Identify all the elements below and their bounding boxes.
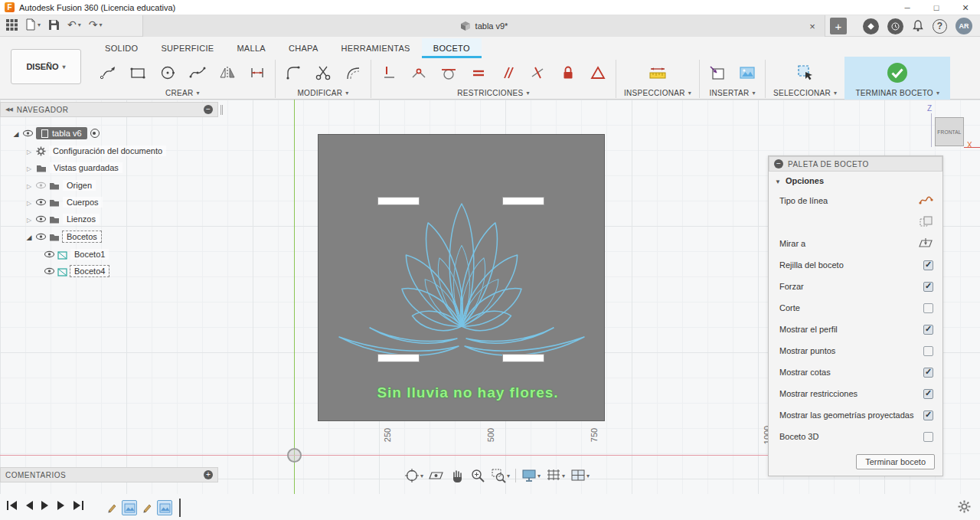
slice-checkbox[interactable] <box>923 303 933 313</box>
slot-cutout[interactable] <box>502 354 544 362</box>
circle-tool[interactable] <box>158 63 178 83</box>
option-show-dimensions[interactable]: Mostrar cotas <box>769 361 942 383</box>
visibility-eye-icon[interactable] <box>36 182 46 189</box>
extensions-icon[interactable] <box>863 18 879 34</box>
tab-close-icon[interactable] <box>806 20 818 32</box>
horizontal-vertical-constraint[interactable] <box>379 63 399 83</box>
option-slice[interactable]: Corte <box>769 297 942 319</box>
canvas-viewport[interactable]: Sin lluvia no hay flores. 250 500 750 10… <box>0 100 980 520</box>
timeline-position-marker[interactable] <box>179 499 181 517</box>
design-workspace-menu[interactable]: DISEÑO <box>11 49 81 84</box>
maximize-button[interactable] <box>922 0 951 15</box>
expander-icon[interactable] <box>25 146 33 155</box>
zoom-icon[interactable] <box>470 468 485 483</box>
insert-group-label[interactable]: INSERTAR <box>709 87 755 98</box>
tree-item-canvases[interactable]: Lienzos <box>0 211 100 227</box>
option-show-projected[interactable]: Mostrar las geometrías proyectadas <box>769 404 942 426</box>
comments-header[interactable]: COMENTARIOS + <box>0 467 218 482</box>
visibility-eye-icon[interactable] <box>23 129 33 137</box>
option-sketch-grid[interactable]: Rejilla del boceto <box>769 254 942 276</box>
step-forward-button[interactable] <box>57 500 66 512</box>
palette-header[interactable]: − PALETA DE BOCETO <box>769 156 942 172</box>
trim-tool[interactable] <box>313 63 333 83</box>
spline-tool[interactable] <box>188 63 207 83</box>
viewcube-front-face[interactable]: FRONTAL <box>935 117 964 146</box>
look-at-view-icon[interactable] <box>429 469 444 482</box>
timeline-sketch-feature[interactable] <box>104 500 119 515</box>
inspect-group-label[interactable]: INSPECCIONAR <box>624 87 691 98</box>
add-comment-icon[interactable]: + <box>204 470 213 479</box>
mirror-tool[interactable] <box>217 63 237 83</box>
select-tool[interactable] <box>795 63 815 83</box>
sketch-dimension-tool[interactable] <box>247 63 267 83</box>
equal-constraint[interactable] <box>469 63 488 83</box>
redo-icon[interactable]: ↷ <box>89 19 103 30</box>
linetype-icon[interactable] <box>919 195 933 208</box>
viewports-icon[interactable] <box>570 469 590 482</box>
document-tab[interactable]: tabla v9* <box>142 15 825 37</box>
engraved-text[interactable]: Sin lluvia no hay flores. <box>357 384 579 401</box>
option-show-profile[interactable]: Mostrar el perfil <box>769 319 942 340</box>
app-grid-icon[interactable] <box>6 19 18 31</box>
panel-options-icon[interactable]: − <box>204 105 213 114</box>
expander-icon[interactable] <box>25 198 33 207</box>
perpendicular-constraint[interactable] <box>528 63 548 83</box>
slot-cutout[interactable] <box>377 354 420 362</box>
finish-sketch-palette-button[interactable]: Terminar boceto <box>856 454 935 469</box>
fix-constraint[interactable] <box>558 63 578 83</box>
go-to-end-button[interactable] <box>73 500 84 512</box>
option-construction[interactable] <box>769 211 942 233</box>
show-profile-checkbox[interactable] <box>923 325 933 335</box>
options-section-header[interactable]: Opciones <box>769 172 942 190</box>
active-component-radio[interactable] <box>90 129 100 138</box>
tab-superficie[interactable]: SUPERFICIE <box>149 38 225 58</box>
sketch-sheet[interactable]: Sin lluvia no hay flores. <box>318 134 605 421</box>
visibility-eye-icon[interactable] <box>44 267 54 275</box>
parallel-constraint[interactable] <box>498 63 518 83</box>
tab-chapa[interactable]: CHAPA <box>277 38 330 58</box>
option-3d-sketch[interactable]: Boceto 3D <box>769 426 942 447</box>
option-snap[interactable]: Forzar <box>769 276 942 297</box>
orbit-icon[interactable] <box>404 468 423 483</box>
coincident-constraint[interactable] <box>409 63 429 83</box>
tab-boceto[interactable]: BOCETO <box>422 38 482 58</box>
undo-icon[interactable]: ↶ <box>67 19 81 30</box>
show-constraints-checkbox[interactable] <box>923 389 933 399</box>
tab-malla[interactable]: MALLA <box>225 38 277 58</box>
line-tool[interactable] <box>98 63 118 83</box>
insert-dxf-tool[interactable] <box>707 63 727 83</box>
fillet-tool[interactable] <box>283 63 303 83</box>
timeline-canvas-feature[interactable] <box>157 500 172 515</box>
new-tab-button[interactable] <box>830 18 847 34</box>
section-collapse-icon[interactable] <box>775 176 781 185</box>
offset-tool[interactable] <box>343 63 363 83</box>
go-to-start-button[interactable] <box>6 500 18 512</box>
rectangle-tool[interactable] <box>128 63 148 83</box>
grid-settings-icon[interactable] <box>546 469 565 482</box>
constraints-group-label[interactable]: RESTRICCIONES <box>457 87 529 98</box>
sketch-3d-checkbox[interactable] <box>923 432 933 442</box>
viewcube[interactable]: Z FRONTAL X <box>923 104 976 155</box>
look-at-icon[interactable] <box>919 237 933 250</box>
timeline-sketch-feature[interactable] <box>139 500 155 515</box>
profile-avatar[interactable]: AR <box>956 18 972 34</box>
expander-icon[interactable] <box>25 163 33 172</box>
lotus-sketch[interactable] <box>335 192 588 368</box>
tree-item-bodies[interactable]: Cuerpos <box>0 194 103 211</box>
job-status-icon[interactable] <box>887 18 903 34</box>
file-menu-icon[interactable] <box>25 18 41 31</box>
slot-cutout[interactable] <box>502 197 544 205</box>
tangent-constraint[interactable] <box>439 63 459 83</box>
tree-item-document-settings[interactable]: Configuración del documento <box>0 142 166 159</box>
tree-item-sketch4[interactable]: Boceto4 <box>0 263 109 280</box>
option-linetype[interactable]: Tipo de línea <box>769 190 942 211</box>
create-group-label[interactable]: CREAR <box>165 87 200 98</box>
measure-tool[interactable] <box>648 63 668 83</box>
visibility-eye-icon[interactable] <box>36 233 46 240</box>
visibility-eye-icon[interactable] <box>36 215 46 223</box>
construction-geometry-icon[interactable] <box>920 216 933 229</box>
expander-icon[interactable] <box>25 214 33 224</box>
tree-item-root[interactable]: tabla v6 <box>0 125 100 142</box>
slot-cutout[interactable] <box>377 197 420 205</box>
save-icon[interactable] <box>48 19 60 31</box>
